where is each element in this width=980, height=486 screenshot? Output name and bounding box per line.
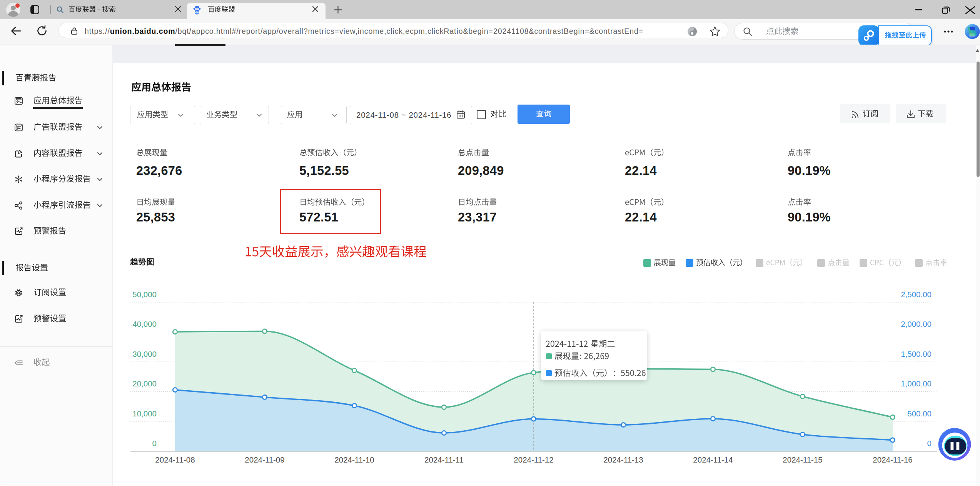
svg-text:0: 0 (152, 439, 157, 448)
svg-text:2024-11-12: 2024-11-12 (514, 455, 553, 464)
svg-text:40,000: 40,000 (132, 320, 157, 328)
svg-text:2024-11-08: 2024-11-08 (155, 455, 195, 464)
svg-text:2024-11-11: 2024-11-11 (424, 455, 464, 464)
svg-text:1,000.00: 1,000.00 (901, 379, 932, 388)
svg-text:10,000: 10,000 (132, 409, 157, 418)
svg-text:2,000.00: 2,000.00 (901, 320, 932, 328)
svg-text:0: 0 (927, 439, 932, 448)
svg-text:2024-11-13: 2024-11-13 (603, 455, 643, 464)
svg-text:2024-11-10: 2024-11-10 (334, 455, 374, 464)
svg-text:20,000: 20,000 (132, 379, 157, 388)
svg-text:50,000: 50,000 (132, 290, 157, 299)
svg-text:500.00: 500.00 (907, 409, 932, 418)
svg-text:1,500.00: 1,500.00 (901, 350, 932, 358)
svg-text:2024-11-14: 2024-11-14 (693, 455, 733, 464)
svg-text:2024-11-15: 2024-11-15 (783, 455, 822, 464)
svg-text:2024-11-16: 2024-11-16 (873, 455, 912, 464)
svg-text:2,500.00: 2,500.00 (901, 290, 932, 299)
svg-text:2024-11-09: 2024-11-09 (245, 455, 284, 464)
svg-text:30,000: 30,000 (132, 350, 157, 358)
